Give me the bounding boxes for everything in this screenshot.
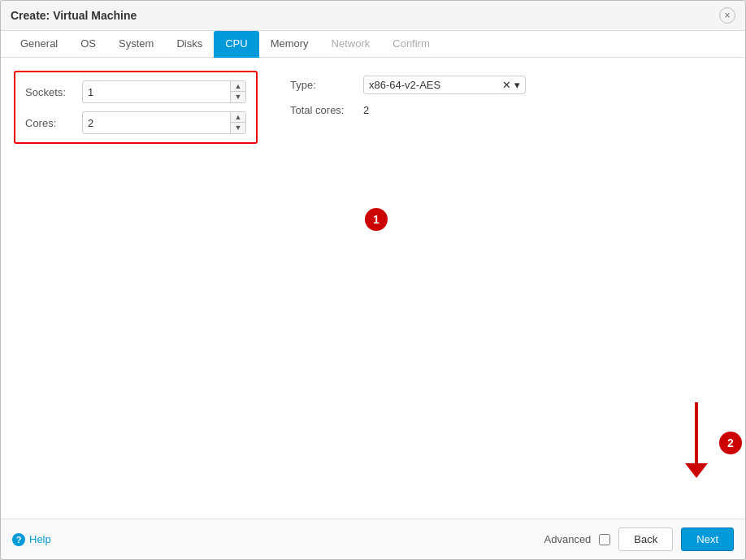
type-select-icons: ✕ ▾ bbox=[502, 79, 520, 91]
cores-input[interactable]: 2 bbox=[83, 114, 230, 132]
cores-spinner-buttons: ▲ ▼ bbox=[230, 112, 245, 133]
help-label: Help bbox=[29, 533, 51, 545]
help-button[interactable]: ? Help bbox=[12, 533, 51, 546]
sockets-down-button[interactable]: ▼ bbox=[231, 92, 245, 102]
cores-spinner[interactable]: 2 ▲ ▼ bbox=[82, 111, 246, 134]
tab-disks[interactable]: Disks bbox=[165, 31, 214, 58]
next-button[interactable]: Next bbox=[681, 527, 734, 551]
dialog-footer: ? Help Advanced Back Next bbox=[1, 519, 745, 559]
type-row: Type: x86-64-v2-AES ✕ ▾ bbox=[290, 76, 732, 94]
sockets-input[interactable]: 1 bbox=[83, 83, 230, 102]
tab-memory[interactable]: Memory bbox=[259, 31, 320, 58]
close-button[interactable]: × bbox=[719, 7, 735, 24]
cores-up-button[interactable]: ▲ bbox=[231, 112, 245, 123]
advanced-checkbox[interactable] bbox=[599, 534, 610, 545]
sockets-spinner[interactable]: 1 ▲ ▼ bbox=[82, 80, 246, 103]
type-clear-icon[interactable]: ✕ bbox=[502, 79, 511, 91]
dialog-body: Sockets: 1 ▲ ▼ Cores: 2 ▲ bbox=[1, 58, 745, 519]
back-button[interactable]: Back bbox=[618, 527, 673, 551]
total-cores-value: 2 bbox=[363, 104, 369, 116]
title-bar: Create: Virtual Machine × bbox=[1, 1, 745, 31]
help-icon: ? bbox=[12, 533, 25, 546]
tab-confirm: Confirm bbox=[381, 31, 441, 58]
type-label: Type: bbox=[290, 79, 363, 91]
create-vm-dialog: Create: Virtual Machine × General OS Sys… bbox=[0, 0, 746, 560]
total-cores-label: Total cores: bbox=[290, 104, 363, 116]
arrow-indicator bbox=[685, 402, 708, 478]
type-chevron-icon: ▾ bbox=[514, 79, 520, 91]
tab-general[interactable]: General bbox=[9, 31, 69, 58]
left-panel: Sockets: 1 ▲ ▼ Cores: 2 ▲ bbox=[14, 71, 258, 144]
cores-down-button[interactable]: ▼ bbox=[231, 123, 245, 133]
dialog-title: Create: Virtual Machine bbox=[11, 9, 137, 22]
advanced-label: Advanced bbox=[544, 533, 592, 545]
sockets-spinner-buttons: ▲ ▼ bbox=[230, 81, 245, 102]
tab-os[interactable]: OS bbox=[69, 31, 107, 58]
sockets-up-button[interactable]: ▲ bbox=[231, 81, 245, 92]
sockets-label: Sockets: bbox=[25, 86, 82, 98]
right-panel: Type: x86-64-v2-AES ✕ ▾ Total cores: 2 bbox=[290, 71, 732, 144]
tab-cpu[interactable]: CPU bbox=[214, 31, 258, 58]
form-area: Sockets: 1 ▲ ▼ Cores: 2 ▲ bbox=[14, 71, 732, 144]
type-value: x86-64-v2-AES bbox=[369, 79, 440, 91]
total-cores-row: Total cores: 2 bbox=[290, 104, 732, 116]
annotation-circle-2: 2 bbox=[719, 432, 742, 454]
footer-right: Advanced Back Next bbox=[544, 527, 734, 551]
type-select[interactable]: x86-64-v2-AES ✕ ▾ bbox=[363, 76, 526, 94]
annotation-circle-1: 1 bbox=[365, 208, 388, 231]
cores-row: Cores: 2 ▲ ▼ bbox=[25, 111, 246, 134]
tab-network: Network bbox=[320, 31, 382, 58]
tabs-bar: General OS System Disks CPU Memory Netwo… bbox=[1, 31, 745, 58]
sockets-row: Sockets: 1 ▲ ▼ bbox=[25, 80, 246, 103]
tab-system[interactable]: System bbox=[107, 31, 165, 58]
cores-label: Cores: bbox=[25, 117, 82, 129]
